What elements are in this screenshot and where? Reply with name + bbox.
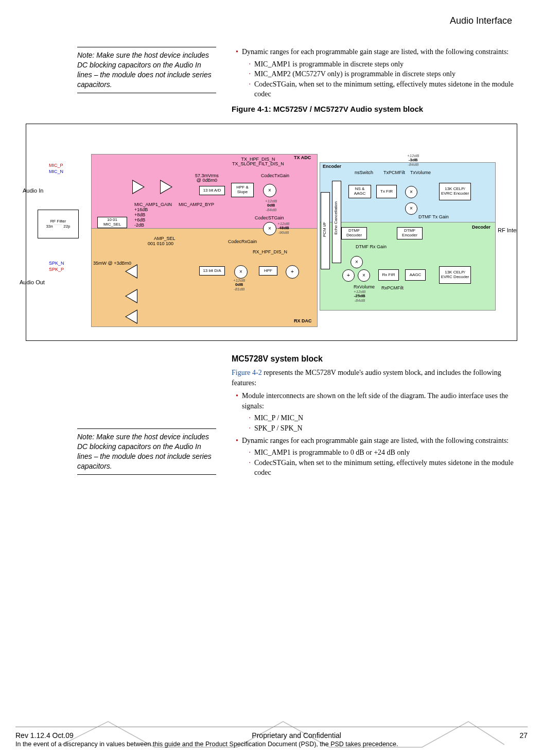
mic-amp1-gain-label: MIC_AMP1_GAIN +16dB +8dB +6dB -2dB bbox=[134, 202, 172, 228]
dyn-item-1a: MIC_AMP1 is programmable in discrete ste… bbox=[254, 59, 517, 70]
spk-amp2-triangle bbox=[125, 289, 137, 303]
spk-amp1-triangle bbox=[125, 264, 137, 279]
page-header-title: Audio Interface bbox=[26, 15, 512, 26]
sig-spk: SPK_P / SPK_N bbox=[254, 423, 517, 434]
dyn-range-lead-2: Dynamic ranges for each programmable gai… bbox=[242, 436, 517, 478]
rx-pcm-filt-label: RxPCMFilt bbox=[381, 286, 404, 290]
tx-volume-node: × bbox=[405, 186, 417, 198]
interconnect-bullet: Module interconnects are shown on the le… bbox=[242, 391, 517, 433]
spk-p-label: SPK_P bbox=[49, 267, 64, 272]
codec-rx-gain-node: × bbox=[234, 265, 248, 279]
celp-decoder-block: 13K CELP/ EVRC Decoder bbox=[439, 266, 471, 284]
encoder-title: Encoder bbox=[323, 164, 341, 169]
footer-page: 27 bbox=[519, 731, 528, 740]
celp-encoder-block: 13K CELP/ EVRC Encoder bbox=[439, 183, 471, 200]
rf-interface-label: RF Interface bbox=[498, 227, 517, 233]
sig-mic: MIC_P / MIC_N bbox=[254, 413, 517, 423]
rx-sum2-node: + bbox=[342, 269, 355, 282]
dtmf-tx-gain-label: DTMF Tx Gain bbox=[418, 215, 449, 219]
codec-st-gain-node: × bbox=[263, 222, 276, 235]
rx-fir-block: Rx FIR bbox=[378, 269, 399, 281]
rx-gain-stack: +12dB 0dB -81dB bbox=[233, 279, 245, 291]
spk-amp3-triangle bbox=[125, 310, 137, 324]
audio-in-ext: Audio In bbox=[23, 187, 43, 194]
audio-out-ext: Audio Out bbox=[20, 279, 45, 285]
spk-n-label: SPK_N bbox=[49, 261, 64, 266]
ns-switch-label: nsSwitch bbox=[355, 170, 373, 175]
audio-system-block-diagram: Audio In Audio Out TX ADC RX DAC Encoder… bbox=[26, 124, 517, 341]
note-box-2: Note: Make sure the host device includes… bbox=[77, 428, 216, 475]
rf-filter-box: RF Filter 33n ﹉﹉ 22p bbox=[38, 210, 79, 238]
dtmf-decoder-block: DTMF Decoder bbox=[341, 227, 367, 239]
tx-hpf-dis-label: TX_HPF_DIS_N TX_SLOPE_FILT_DIS_N bbox=[232, 157, 284, 166]
rx-dac-title: RX DAC bbox=[294, 319, 312, 323]
dtmf-tx-gain-node: × bbox=[405, 202, 417, 215]
rx-hpf-dis-label: RX_HPF_DIS_N bbox=[253, 250, 287, 254]
tx-pcm-filt-label: TxPCMFilt bbox=[383, 170, 405, 175]
amp-sel-vals: 001 010 100 bbox=[148, 242, 173, 246]
decoder-title: Decoder bbox=[472, 225, 491, 230]
aagc-block: AAGC bbox=[405, 269, 426, 281]
adc-13bit-block: 13 bit A/D bbox=[199, 186, 225, 195]
dyn-item-1c: CodecSTGain, when set to the minimum set… bbox=[254, 79, 517, 99]
echo-cancel-label: Echo Cancellation bbox=[334, 201, 338, 234]
footer-center: Proprietary and Confidential bbox=[252, 731, 341, 740]
dac-13bit-block: 13 bit D/A bbox=[199, 266, 225, 276]
dyn2-item-b: CodecSTGain, when set to the minimum set… bbox=[254, 458, 517, 478]
dyn-item-1b: MIC_AMP2 (MC5727V only) is programmable … bbox=[254, 69, 517, 79]
codec-tx-gain-node: × bbox=[263, 184, 276, 197]
tx-fir-block: Tx FIR bbox=[376, 185, 397, 198]
page-footer: Rev 1.12.4 Oct.09 Proprietary and Confid… bbox=[0, 727, 543, 748]
dyn2-item-a: MIC_AMP1 is programmable to 0 dB or +24 … bbox=[254, 448, 517, 458]
mic-n-label: MIC_N bbox=[49, 169, 63, 174]
footer-disclaimer: In the event of a discrepancy in values … bbox=[15, 741, 528, 748]
st-gain-stack: +12dB -48dB -96dB bbox=[277, 222, 289, 235]
tx-gain-stack: +12dB 0dB -84dB bbox=[265, 199, 277, 212]
mic-amp1-triangle bbox=[132, 180, 145, 194]
dtmf-rx-gain-label: DTMF Rx Gain bbox=[356, 245, 387, 249]
rx-vol-stack: +12dB -25dB -84dB bbox=[354, 290, 365, 303]
codec-st-gain-label: CodecSTGain bbox=[255, 216, 284, 220]
mic-sel-block: 10 01 MIC_SEL bbox=[97, 217, 127, 228]
codec-tx-gain-label: CodecTxGain bbox=[261, 174, 289, 178]
rx-volume-label: RxVolume bbox=[354, 285, 375, 289]
mic-amp2-byp-label: MIC_AMP2_BYP bbox=[179, 202, 214, 207]
hpf-slope-block: HPF & Slope bbox=[231, 183, 254, 197]
note-box-1: Note: Make sure the host device includes… bbox=[77, 47, 216, 93]
rx-sum-node: + bbox=[286, 265, 299, 279]
dtmf-rx-gain-node: × bbox=[351, 256, 363, 268]
mic-p-label: MIC_P bbox=[49, 163, 63, 168]
codec-rx-gain-label: CodecRxGain bbox=[228, 239, 257, 244]
tx-vol-stack: +12dB -3dB -84dB bbox=[407, 154, 419, 167]
figure-4-1-caption: Figure 4-1: MC5725V / MC5727V Audio syst… bbox=[232, 105, 517, 113]
amp-sel-label: AMP_SEL bbox=[154, 236, 176, 241]
fig42-lead-para: Figure 4-2 represents the MC5728V module… bbox=[232, 368, 517, 388]
mic-amp2-triangle bbox=[160, 180, 172, 194]
hpf-block: HPF bbox=[259, 266, 277, 276]
footer-rev: Rev 1.12.4 Oct.09 bbox=[15, 731, 74, 740]
rx-volume-node: × bbox=[358, 269, 370, 282]
tx-volume-label: TxVolume bbox=[410, 170, 431, 175]
figure-4-2-link[interactable]: Figure 4-2 bbox=[232, 369, 262, 376]
pcm-if-label: PCM I/F bbox=[322, 222, 327, 237]
ns-aagc-block: NS & AAGC bbox=[348, 185, 371, 198]
dtmf-encoder-block: DTMF Encoder bbox=[397, 227, 423, 239]
tx-adc-title: TX ADC bbox=[294, 156, 311, 160]
adc-rate-label: 57.3mVrms @ 0dBm0 bbox=[195, 174, 219, 183]
dyn-range-lead-1: Dynamic ranges for each programmable gai… bbox=[242, 47, 517, 99]
mc5728v-heading: MC5728V system block bbox=[232, 354, 517, 364]
